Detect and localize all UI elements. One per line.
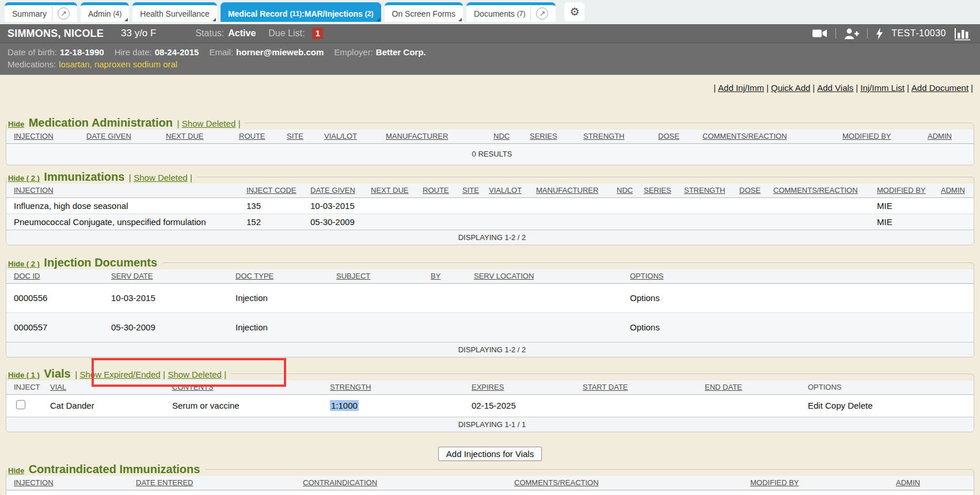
col-site[interactable]: SITE	[279, 130, 317, 143]
col-route[interactable]: ROUTE	[415, 184, 455, 197]
inj-imm-list-link[interactable]: Inj/Imm List	[860, 83, 905, 93]
col-vial[interactable]: VIAL	[43, 380, 165, 394]
video-camera-icon[interactable]	[812, 29, 827, 38]
col-doc-type[interactable]: DOC TYPE	[228, 269, 329, 283]
col-by[interactable]: BY	[423, 269, 466, 283]
col-admin[interactable]: ADMIN	[920, 130, 974, 143]
col-series[interactable]: SERIES	[636, 184, 677, 197]
col-dose[interactable]: DOSE	[651, 130, 695, 143]
col-contents[interactable]: CONTENTS	[165, 380, 322, 394]
show-deleted-link[interactable]: Show Deleted	[182, 119, 235, 128]
col-admin[interactable]: ADMIN	[888, 476, 974, 490]
col-injection[interactable]: INJECTION	[6, 184, 239, 197]
col-vial-lot[interactable]: VIAL/LOT	[481, 184, 529, 197]
col-modified-by[interactable]: MODIFIED BY	[835, 130, 920, 143]
tab-forms-label: On Screen Forms	[392, 9, 455, 18]
col-expires[interactable]: EXPIRES	[464, 380, 575, 394]
add-vials-link[interactable]: Add Vials	[817, 83, 853, 93]
col-comments-reaction[interactable]: COMMENTS/REACTION	[695, 130, 835, 143]
hide-link[interactable]: Hide ( 2 )	[8, 260, 40, 268]
col-contraindication[interactable]: CONTRAINDICATION	[295, 476, 507, 490]
cell-doc-type: Injection	[228, 283, 329, 313]
col-comments-reaction[interactable]: COMMENTS/REACTION	[766, 184, 869, 197]
options-link[interactable]: Options	[622, 283, 974, 313]
add-inj-imm-link[interactable]: Add Inj/Imm	[718, 83, 764, 93]
hide-link[interactable]: Hide ( 1 )	[8, 371, 40, 379]
empty-results-text: 0 RESULTS	[6, 143, 974, 165]
col-date-given[interactable]: DATE GIVEN	[79, 130, 158, 143]
col-strength[interactable]: STRENGTH	[576, 130, 651, 143]
status-label: Status:	[195, 28, 224, 39]
tab-documents-count: (7)	[517, 10, 526, 18]
col-comments-reaction[interactable]: COMMENTS/REACTION	[507, 476, 743, 490]
col-modified-by[interactable]: MODIFIED BY	[743, 476, 888, 490]
quick-add-link[interactable]: Quick Add	[771, 83, 810, 93]
hide-link[interactable]: Hide	[8, 466, 24, 475]
col-date-entered[interactable]: DATE ENTERED	[128, 476, 295, 490]
add-person-icon[interactable]	[844, 28, 859, 39]
popout-icon[interactable]: ↗	[58, 7, 70, 20]
bar-chart-icon[interactable]	[954, 27, 971, 40]
vial-checkbox[interactable]	[16, 400, 25, 409]
patient-subheader: Date of birth:12-18-1990 Hire date:08-24…	[0, 43, 980, 75]
col-injection[interactable]: INJECTION	[6, 130, 79, 143]
col-ndc[interactable]: NDC	[486, 130, 522, 143]
col-manufacturer[interactable]: MANUFACTURER	[529, 184, 609, 197]
col-dose[interactable]: DOSE	[732, 184, 766, 197]
col-manufacturer[interactable]: MANUFACTURER	[378, 130, 486, 143]
options-link[interactable]: Options	[622, 313, 974, 342]
col-route[interactable]: ROUTE	[231, 130, 279, 143]
col-options[interactable]: OPTIONS	[622, 269, 974, 283]
col-site[interactable]: SITE	[455, 184, 481, 197]
tab-admin[interactable]: Admin (4)	[81, 2, 129, 22]
medications-links[interactable]: losartan, naproxen sodium oral	[59, 59, 177, 69]
show-deleted-link[interactable]: Show Deleted	[134, 173, 187, 182]
section-medication-administration: Hide Medication Administration | Show De…	[6, 116, 974, 165]
edit-copy-delete-links[interactable]: Edit Copy Delete	[800, 394, 974, 417]
due-list-badge[interactable]: 1	[312, 28, 323, 39]
col-next-due[interactable]: NEXT DUE	[363, 184, 415, 197]
tab-summary[interactable]: Summary ↗	[5, 2, 77, 22]
col-strength[interactable]: STRENGTH	[322, 380, 464, 394]
col-next-due[interactable]: NEXT DUE	[158, 130, 231, 143]
tab-on-screen-forms[interactable]: On Screen Forms	[385, 2, 463, 22]
col-start-date[interactable]: START DATE	[575, 380, 697, 394]
col-inject-code[interactable]: INJECT CODE	[239, 184, 303, 197]
tab-bar: Summary ↗ Admin (4) Health Surveillance …	[0, 0, 980, 24]
col-strength[interactable]: STRENGTH	[677, 184, 732, 197]
dob-value: 12-18-1990	[60, 47, 104, 57]
vials-table: INJECT VIAL CONTENTS STRENGTH EXPIRES ST…	[6, 380, 974, 432]
hide-link[interactable]: Hide ( 2 )	[8, 174, 40, 182]
tab-medical-record[interactable]: Medical Record (11):MAR/Injections (2)	[221, 2, 381, 22]
col-vial-lot[interactable]: VIAL/LOT	[317, 130, 378, 143]
col-modified-by[interactable]: MODIFIED BY	[869, 184, 933, 197]
col-injection[interactable]: INJECTION	[6, 476, 128, 490]
cell-modified-by: MIE	[869, 197, 933, 214]
divider	[867, 28, 868, 39]
tab-medical-count: (11)	[290, 10, 302, 18]
tab-documents[interactable]: Documents (7) ↗	[466, 2, 556, 22]
col-series[interactable]: SERIES	[522, 130, 576, 143]
col-serv-date[interactable]: SERV DATE	[104, 269, 228, 283]
show-deleted-link[interactable]: Show Deleted	[168, 370, 221, 379]
col-admin[interactable]: ADMIN	[933, 184, 974, 197]
lightning-icon[interactable]	[876, 28, 883, 40]
hide-link[interactable]: Hide	[8, 120, 24, 128]
popout-icon[interactable]: ↗	[536, 7, 548, 20]
col-subject[interactable]: SUBJECT	[329, 269, 423, 283]
tab-admin-count: (4)	[113, 10, 122, 18]
tab-health-surveillance[interactable]: Health Surveillance	[132, 2, 217, 22]
col-doc-id[interactable]: DOC ID	[6, 269, 104, 283]
tab-medical-label: Medical Record	[228, 9, 287, 18]
cell-modified-by: MIE	[869, 214, 933, 230]
chart-id: TEST-10030	[891, 28, 946, 39]
col-date-given[interactable]: DATE GIVEN	[303, 184, 363, 197]
settings-gear-button[interactable]: ⚙	[564, 2, 584, 21]
col-ndc[interactable]: NDC	[609, 184, 636, 197]
table-header-row: DOC ID SERV DATE DOC TYPE SUBJECT BY SER…	[6, 269, 974, 283]
col-serv-location[interactable]: SERV LOCATION	[466, 269, 622, 283]
add-document-link[interactable]: Add Document	[911, 83, 968, 93]
add-injections-for-vials-button[interactable]: Add Injections for Vials	[438, 447, 542, 461]
col-end-date[interactable]: END DATE	[697, 380, 800, 394]
show-expired-ended-link[interactable]: Show Expired/Ended	[80, 370, 161, 379]
